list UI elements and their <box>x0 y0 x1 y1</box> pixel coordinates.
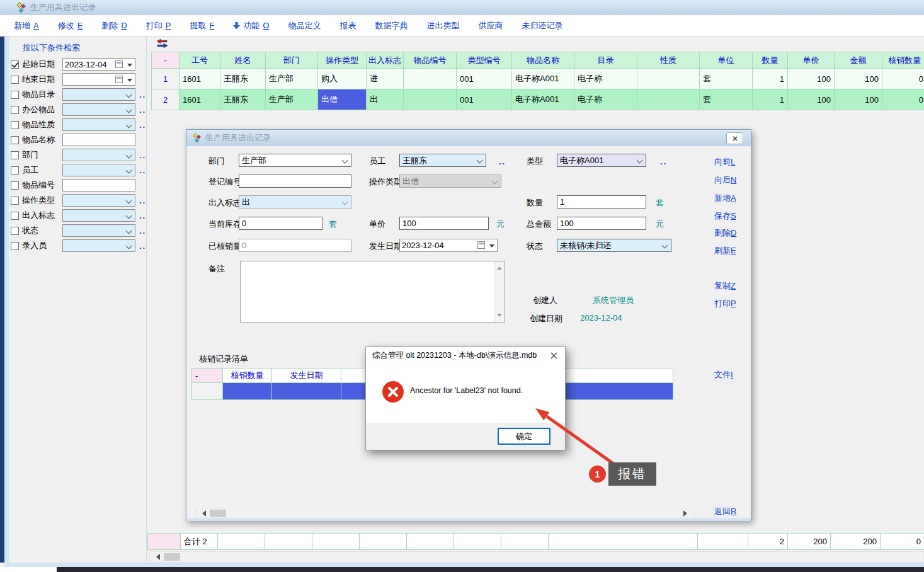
cell[interactable] <box>404 69 457 89</box>
prev-button[interactable]: 向前L <box>714 156 735 168</box>
checkbox[interactable] <box>11 76 19 84</box>
item-catalog-select[interactable] <box>62 88 135 101</box>
toolbar-supplier-button[interactable]: 供应商 <box>478 20 503 31</box>
checkbox[interactable] <box>11 197 19 205</box>
copy-button[interactable]: 复制Z <box>714 280 736 292</box>
end-date-field[interactable] <box>62 73 135 86</box>
cell[interactable]: 100 <box>788 89 835 110</box>
toolbar-function-menu[interactable]: 功能O <box>233 20 269 31</box>
item-code-input[interactable] <box>62 179 135 192</box>
cell[interactable]: 电子称 <box>574 69 637 89</box>
checkbox[interactable] <box>11 227 19 235</box>
cell[interactable] <box>637 69 700 89</box>
dropdown-arrow-icon[interactable] <box>127 64 132 69</box>
cell[interactable]: 0 <box>882 69 924 89</box>
cell[interactable]: 1 <box>753 89 788 110</box>
dialog-hscrollbar[interactable] <box>195 508 694 518</box>
checkbox[interactable] <box>11 242 19 250</box>
toolbar-extract-button[interactable]: 提取F <box>190 20 214 31</box>
selected-cell[interactable]: 出借 <box>318 89 367 110</box>
checkbox[interactable] <box>11 136 19 144</box>
status-select[interactable] <box>62 224 135 237</box>
toolbar-inout-type-button[interactable]: 进出类型 <box>426 20 459 31</box>
textarea-vscrollbar[interactable] <box>494 261 505 322</box>
row-number[interactable]: 1 <box>152 69 180 89</box>
browse-dots-button[interactable]: .. <box>139 196 146 205</box>
dialog-close-button[interactable] <box>726 132 743 144</box>
type-combobox[interactable]: 电子称A001 <box>557 154 646 167</box>
checkbox[interactable] <box>11 151 19 159</box>
verify-cell-selected[interactable] <box>223 383 272 400</box>
cell[interactable]: 套 <box>700 69 753 89</box>
remark-textarea[interactable] <box>240 261 505 323</box>
cell[interactable]: 100 <box>835 69 882 89</box>
browse-dots-button[interactable]: .. <box>139 120 146 130</box>
cell[interactable]: 进 <box>367 69 404 89</box>
add-button[interactable]: 新增A <box>714 193 736 204</box>
cell[interactable]: 出 <box>367 89 404 110</box>
toolbar-print-button[interactable]: 打印P <box>146 20 171 31</box>
dept-combobox[interactable]: 生产部 <box>239 154 351 167</box>
window-titlebar[interactable]: 生产用具进出记录 <box>0 0 924 15</box>
scroll-left-icon[interactable] <box>199 510 206 517</box>
browse-dots-button[interactable]: .. <box>139 90 146 100</box>
browse-dots-button[interactable]: .. <box>139 166 146 175</box>
dropdown-arrow-icon[interactable] <box>489 244 494 250</box>
scroll-right-icon[interactable] <box>683 510 690 517</box>
employee-combobox[interactable]: 王丽东 <box>399 154 486 167</box>
browse-dots-button[interactable]: .. <box>139 151 146 160</box>
refresh-button[interactable]: 刷新E <box>714 245 736 256</box>
cell[interactable] <box>637 89 700 110</box>
toolbar-report-button[interactable]: 报表 <box>339 20 356 31</box>
cell[interactable]: 电子称A001 <box>512 69 574 89</box>
browse-dots-button[interactable]: .. <box>139 105 146 115</box>
cell[interactable]: 王丽东 <box>220 89 266 110</box>
start-date-field[interactable]: 2023-12-04 <box>62 58 135 71</box>
error-titlebar[interactable]: 综合管理 oit 20231203 - 本地-db\演示信息.mdb <box>366 347 565 364</box>
next-button[interactable]: 向后N <box>714 174 736 186</box>
employee-select[interactable] <box>62 164 135 176</box>
checkbox[interactable] <box>11 181 19 190</box>
swap-icon[interactable] <box>156 39 168 50</box>
toolbar-add-button[interactable]: 新增A <box>14 20 39 31</box>
delete-button[interactable]: 删除D <box>714 227 736 239</box>
cell[interactable]: 0 <box>882 89 924 110</box>
cell[interactable]: 电子称 <box>574 89 637 110</box>
cell[interactable]: 100 <box>835 89 882 110</box>
toolbar-edit-button[interactable]: 修改E <box>58 20 83 31</box>
type-browse-button[interactable]: .. <box>660 157 667 166</box>
dropdown-arrow-icon[interactable] <box>127 79 132 84</box>
return-button[interactable]: 返回R <box>714 506 736 517</box>
status-combobox[interactable]: 未核销/未归还 <box>557 239 671 252</box>
regno-input[interactable] <box>239 174 351 188</box>
cell[interactable]: 001 <box>457 69 512 89</box>
cell[interactable]: 001 <box>457 89 512 110</box>
verify-row-number[interactable] <box>192 383 223 400</box>
toolbar-delete-button[interactable]: 删除D <box>101 20 127 31</box>
scroll-thumb[interactable] <box>210 510 226 517</box>
toolbar-data-dict-button[interactable]: 数据字典 <box>375 20 408 31</box>
employee-browse-button[interactable]: .. <box>499 157 506 166</box>
cell[interactable]: 生产部 <box>266 69 318 89</box>
cell[interactable]: 100 <box>788 69 835 89</box>
op-type-select[interactable] <box>62 194 135 207</box>
checkbox[interactable] <box>11 212 19 220</box>
scroll-left-icon[interactable] <box>153 554 160 560</box>
department-select[interactable] <box>62 149 135 161</box>
file-button[interactable]: 文件I <box>714 369 733 380</box>
dialog-titlebar[interactable]: 生产用具进出记录 <box>186 130 751 146</box>
cell[interactable]: 生产部 <box>266 89 318 110</box>
cell[interactable] <box>404 89 457 110</box>
browse-dots-button[interactable]: .. <box>139 226 146 236</box>
error-close-button[interactable] <box>549 350 559 360</box>
print-button[interactable]: 打印P <box>714 298 736 309</box>
main-hscrollbar[interactable] <box>149 551 924 563</box>
entry-clerk-select[interactable] <box>62 239 135 252</box>
occur-date-field[interactable]: 2023-12-04 <box>399 239 498 252</box>
checkbox[interactable] <box>11 91 19 99</box>
total-input[interactable]: 100 <box>557 217 646 230</box>
item-nature-select[interactable] <box>62 118 135 131</box>
verify-cell-selected[interactable] <box>272 383 341 400</box>
save-button[interactable]: 保存S <box>714 210 736 222</box>
price-input[interactable]: 100 <box>399 217 489 230</box>
